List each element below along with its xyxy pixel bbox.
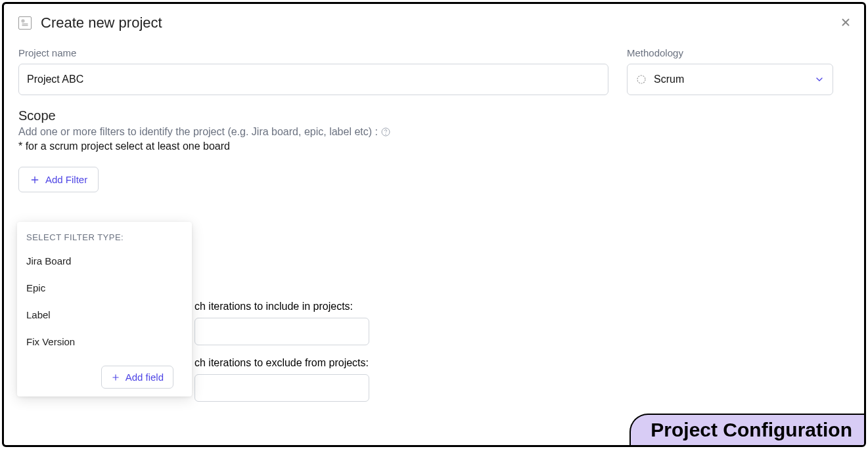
scope-heading: Scope bbox=[18, 108, 850, 123]
help-icon[interactable] bbox=[380, 127, 391, 137]
filter-option-label[interactable]: Label bbox=[17, 301, 192, 328]
dropdown-header: SELECT FILTER TYPE: bbox=[17, 232, 192, 247]
dialog-header: Create new project bbox=[18, 14, 850, 32]
svg-rect-2 bbox=[22, 20, 24, 22]
add-field-button[interactable]: Add field bbox=[101, 366, 173, 389]
project-icon bbox=[18, 16, 32, 30]
add-filter-label: Add Filter bbox=[45, 174, 87, 185]
iterations-exclude-label: ch iterations to exclude from projects: bbox=[194, 357, 369, 369]
iterations-section: ch iterations to include in projects: ch… bbox=[194, 301, 369, 402]
chevron-down-icon bbox=[814, 74, 825, 85]
close-button[interactable] bbox=[838, 14, 854, 30]
methodology-select[interactable]: Scrum bbox=[627, 64, 833, 95]
iterations-exclude-input[interactable] bbox=[194, 374, 369, 402]
plus-icon bbox=[111, 373, 120, 382]
filter-option-jira-board[interactable]: Jira Board bbox=[17, 247, 192, 274]
svg-point-5 bbox=[637, 75, 645, 83]
add-field-label: Add field bbox=[126, 372, 164, 383]
svg-point-7 bbox=[386, 134, 386, 135]
project-name-input[interactable] bbox=[18, 64, 608, 95]
methodology-value: Scrum bbox=[654, 74, 684, 85]
filter-option-fix-version[interactable]: Fix Version bbox=[17, 328, 192, 355]
add-filter-button[interactable]: Add Filter bbox=[18, 167, 99, 192]
footer-badge: Project Configuration bbox=[629, 414, 864, 445]
iterations-include-label: ch iterations to include in projects: bbox=[194, 301, 369, 312]
plus-icon bbox=[30, 175, 40, 185]
scope-hint: Add one or more filters to identify the … bbox=[18, 126, 850, 138]
filter-type-dropdown: SELECT FILTER TYPE: Jira Board Epic Labe… bbox=[17, 222, 192, 396]
dialog-title: Create new project bbox=[41, 14, 162, 32]
close-icon bbox=[840, 16, 852, 28]
iterations-include-input[interactable] bbox=[194, 318, 369, 345]
scrum-icon bbox=[635, 74, 647, 85]
scope-note: * for a scrum project select at least on… bbox=[18, 140, 850, 152]
filter-option-epic[interactable]: Epic bbox=[17, 274, 192, 301]
project-name-label: Project name bbox=[18, 47, 608, 58]
methodology-label: Methodology bbox=[627, 47, 833, 58]
